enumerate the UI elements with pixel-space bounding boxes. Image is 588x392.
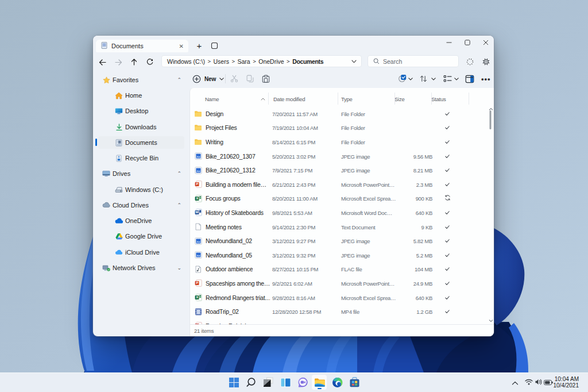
svg-text:X: X (196, 295, 198, 299)
svg-text:P: P (196, 183, 198, 186)
svg-text:P: P (196, 282, 198, 285)
svg-text:X: X (196, 197, 198, 200)
